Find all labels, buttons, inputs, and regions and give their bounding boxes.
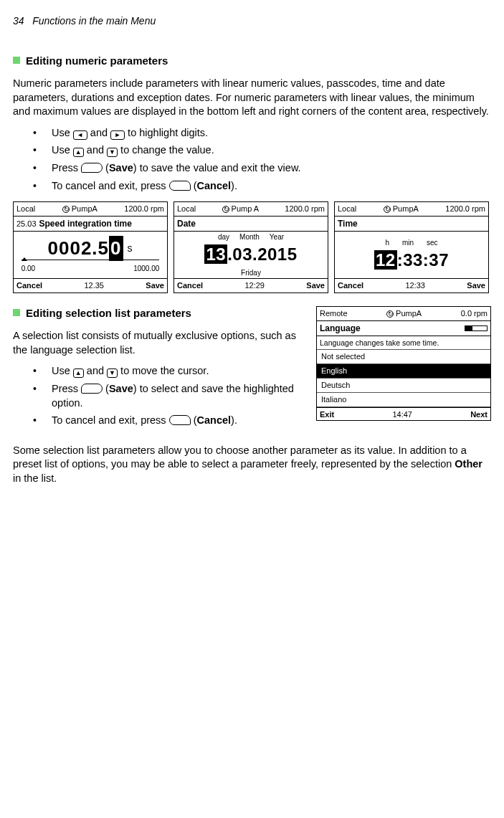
section-editing-selection: Editing selection list parameters: [13, 306, 306, 320]
lcd1-save: Save: [146, 280, 164, 291]
lcd1-mode: Local: [16, 204, 35, 214]
section2-intro: A selection list consists of mutually ex…: [13, 329, 306, 357]
lang-opt-italiano: Italiano: [317, 392, 490, 407]
step-change-value: Use ▲ and ▼ to change the value.: [33, 143, 491, 158]
lcd4-statusbar: Remote PumpA 0.0 rpm: [317, 307, 490, 321]
lcd3-mode: Local: [338, 204, 356, 214]
lcd2-save: Save: [306, 280, 325, 291]
right-softkey-icon: [169, 415, 191, 425]
lcd3-footer: Cancel 12:33 Save: [335, 278, 488, 293]
lcd3-value: 12:33:37: [374, 249, 449, 272]
left-softkey-icon: [81, 163, 103, 173]
lcd-time: Local PumpA 1200.0 rpm Time h min sec 12…: [334, 201, 489, 293]
lcd2-date-labels: day Month Year: [218, 232, 284, 242]
lcd1-body: 0002.50s 0.00 1000.00: [14, 232, 167, 278]
lcd3-cancel: Cancel: [338, 280, 363, 291]
scroll-indicator-icon: [465, 325, 488, 331]
right-softkey-icon: [169, 181, 191, 191]
section2-steps: Use ▲ and ▼ to move the cursor. Press (S…: [33, 364, 306, 427]
lcd1-statusbar: Local PumpA 1200.0 rpm: [14, 202, 167, 217]
step-highlight-digits: Use ◄ and ► to highlight digits.: [33, 126, 491, 141]
section2-closing: Some selection list parameters allow you…: [13, 444, 491, 486]
lcd4-titlebar: Language: [317, 321, 490, 336]
numeric-screenshots-row: Local PumpA 1200.0 rpm 25.03Speed integr…: [13, 201, 491, 293]
lcd-date: Local Pump A 1200.0 rpm Date day Month Y…: [173, 201, 328, 293]
step-save: Press (Save) to save the value and exit …: [33, 161, 491, 176]
lcd4-device: PumpA: [396, 308, 422, 319]
right-arrow-icon: ►: [110, 130, 125, 140]
lcd1-highlighted-digit: 0: [109, 236, 123, 261]
chapter-title: Functions in the main Menu: [32, 15, 156, 27]
up-arrow-icon: ▲: [73, 148, 84, 157]
lcd1-footer: Cancel 12.35 Save: [14, 278, 167, 293]
lcd4-exit: Exit: [320, 409, 334, 420]
page-header: 34 Functions in the main Menu: [13, 14, 491, 28]
section1-intro: Numeric parameters include parameters wi…: [13, 77, 491, 119]
lcd3-statusbar: Local PumpA 1200.0 rpm: [335, 202, 488, 217]
step-move-cursor: Use ▲ and ▼ to move the cursor.: [33, 364, 306, 379]
lcd4-title: Language: [320, 323, 361, 334]
lcd1-cancel: Cancel: [16, 280, 42, 291]
lcd2-mode: Local: [177, 204, 196, 214]
lcd2-speed: 1200.0 rpm: [285, 204, 325, 214]
lcd2-value: 13.03.2015: [204, 243, 297, 266]
lcd4-footer: Exit 14:47 Next: [317, 407, 490, 422]
section-editing-numeric: Editing numeric parameters: [13, 54, 491, 68]
lcd2-cancel: Cancel: [177, 280, 203, 291]
lcd2-device: Pump A: [232, 204, 260, 214]
section-bullet-icon: [13, 57, 20, 64]
rotation-icon: [222, 206, 229, 213]
lang-opt-not-selected: Not selected: [317, 349, 490, 363]
lcd1-speed: 1200.0 rpm: [124, 204, 164, 214]
lcd4-help-text: Language changes take some time.: [317, 336, 490, 349]
lcd2-body: day Month Year 13.03.2015 Friday: [174, 232, 328, 278]
left-softkey-icon: [81, 384, 103, 394]
lcd3-body: h min sec 12:33:37: [335, 232, 488, 278]
lcd4-clock: 14:47: [392, 409, 412, 420]
lcd-speed-integration: Local PumpA 1200.0 rpm 25.03Speed integr…: [13, 201, 168, 293]
lcd1-clock: 12.35: [84, 280, 104, 291]
lcd1-title: 25.03Speed integration time: [14, 217, 167, 232]
section2-title: Editing selection list parameters: [26, 307, 191, 319]
lcd3-time-labels: h min sec: [385, 238, 437, 248]
rotation-icon: [62, 206, 70, 213]
up-arrow-icon: ▲: [73, 368, 84, 378]
lcd4-list: Language changes take some time. Not sel…: [317, 336, 490, 407]
lcd2-clock: 12:29: [244, 280, 265, 291]
lcd3-title: Time: [335, 217, 488, 232]
rotation-icon: [384, 206, 391, 213]
section-bullet-icon: [13, 309, 20, 316]
step-select-save: Press (Save) to select and save the high…: [33, 382, 306, 410]
lcd3-save: Save: [467, 280, 485, 291]
lcd3-device: PumpA: [393, 204, 419, 214]
lcd1-value: 0002.50s: [48, 236, 133, 261]
lcd3-speed: 1200.0 rpm: [445, 204, 485, 214]
step-cancel-exit: To cancel and exit, press (Cancel).: [33, 414, 306, 428]
lcd1-max: 1000.00: [133, 264, 159, 274]
down-arrow-icon: ▼: [107, 148, 118, 157]
step-cancel: To cancel and exit, press (Cancel).: [33, 179, 491, 194]
rotation-icon: [386, 310, 394, 318]
lang-opt-deutsch: Deutsch: [317, 378, 490, 392]
left-arrow-icon: ◄: [73, 130, 87, 140]
lcd3-highlighted-digit: 12: [374, 250, 397, 270]
down-arrow-icon: ▼: [107, 368, 118, 378]
lcd3-clock: 12:33: [405, 280, 425, 291]
lcd2-highlighted-digit: 13: [204, 244, 227, 264]
lcd2-title: Date: [174, 217, 328, 232]
lcd4-mode: Remote: [320, 308, 348, 319]
lcd1-min: 0.00: [22, 264, 35, 274]
lcd2-footer: Cancel 12:29 Save: [174, 278, 328, 293]
lcd4-speed: 0.0 rpm: [461, 308, 488, 319]
lang-opt-english: English: [317, 363, 490, 378]
section1-steps: Use ◄ and ► to highlight digits. Use ▲ a…: [33, 126, 491, 193]
page-number: 34: [13, 15, 24, 27]
lcd4-next: Next: [470, 409, 488, 420]
lcd-language: Remote PumpA 0.0 rpm Language Language c…: [316, 306, 491, 421]
section1-title: Editing numeric parameters: [26, 54, 168, 67]
lcd2-statusbar: Local Pump A 1200.0 rpm: [174, 202, 328, 217]
lcd1-range: 0.00 1000.00: [22, 264, 160, 274]
lcd1-device: PumpA: [72, 204, 98, 214]
lcd2-dayofweek: Friday: [241, 268, 261, 278]
